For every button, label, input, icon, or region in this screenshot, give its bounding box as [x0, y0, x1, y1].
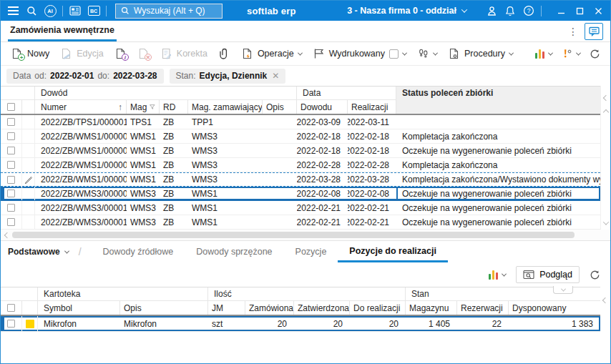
table-row[interactable]: 2022/ZB/WMS3/000001WMS3ZBWMS12022-02-082… — [1, 187, 600, 201]
checkbox[interactable] — [7, 320, 15, 328]
cell-do-realizacji[interactable]: 20 — [350, 316, 406, 331]
kebab-menu-icon[interactable]: ⋮ — [566, 26, 580, 37]
scroll-down-icon[interactable] — [602, 219, 608, 225]
collapse-panel-handle[interactable] — [553, 286, 573, 294]
detail-view-selector[interactable]: Podstawowe — [8, 247, 79, 257]
cell-jm[interactable]: szt — [208, 316, 245, 331]
row-checkbox[interactable] — [1, 201, 22, 215]
cell-zamowiona[interactable]: 20 — [245, 316, 294, 331]
column-header-jm[interactable]: JM — [208, 301, 245, 315]
cell-mag-zamawiajacy[interactable]: WMS3 — [188, 158, 263, 172]
search-icon[interactable] — [22, 2, 41, 19]
document-info-button[interactable]: i — [110, 45, 132, 62]
collapse-left-icon[interactable] — [602, 95, 608, 101]
cell-mag-zamawiajacy[interactable]: WMS3 — [188, 144, 263, 157]
cell-dowodu[interactable]: 2022-03-28 — [297, 173, 348, 186]
tab-pozycje-do-realizacji[interactable]: Pozycje do realizacji — [338, 241, 448, 262]
help-icon[interactable]: ? — [519, 2, 538, 19]
cell-mag-zamawiajacy[interactable]: TPP1 — [188, 115, 263, 129]
chat-icon[interactable] — [585, 23, 603, 40]
table-row[interactable]: 2022/ZB/WMS1/000005WMS1ZBWMS32022-02-182… — [1, 129, 600, 144]
table-row[interactable]: 2022/ZB/TPS1/000001TPS1ZBTPP12022-03-092… — [1, 115, 600, 129]
user-icon[interactable] — [482, 2, 501, 19]
cell-rd[interactable]: ZB — [160, 187, 188, 200]
row-checkbox[interactable] — [1, 215, 22, 229]
ai-assistant-icon[interactable]: AI — [41, 2, 59, 19]
row-checkbox[interactable] — [1, 158, 22, 172]
checkbox[interactable] — [7, 147, 15, 154]
cell-opis[interactable] — [263, 173, 297, 186]
cell-numer[interactable]: 2022/ZB/WMS3/000017 — [35, 201, 127, 215]
cell-status[interactable]: Oczekuje na wygenerowanie poleceń zbiórk… — [396, 215, 600, 229]
table-row[interactable]: 2022/ZB/WMS1/000006WMS1ZBWMS32022-02-182… — [1, 144, 600, 158]
printed-checkbox[interactable] — [389, 49, 399, 59]
cell-opis[interactable] — [263, 158, 297, 172]
cell-rd[interactable]: ZB — [160, 158, 188, 172]
row-checkbox[interactable] — [1, 144, 22, 157]
row-checkbox[interactable] — [1, 173, 22, 186]
procedures-button[interactable]: Procedury — [444, 45, 518, 62]
cell-mag[interactable]: WMS3 — [127, 201, 160, 215]
tab-pozycje[interactable]: Pozycje — [284, 241, 338, 262]
cell-realizacji[interactable]: 2022-02-21 — [348, 215, 396, 229]
cell-mag-zamawiajacy[interactable]: WMS3 — [188, 173, 263, 186]
cell-mag-zamawiajacy[interactable]: WMS1 — [188, 187, 263, 200]
scroll-left-icon[interactable] — [4, 232, 10, 237]
horizontal-scrollbar[interactable] — [1, 230, 610, 241]
tab-dowody-sprzezone[interactable]: Dowody sprzężone — [185, 241, 283, 262]
column-header-mag[interactable]: Mag — [127, 100, 160, 114]
column-header-rd[interactable]: RD — [160, 100, 188, 114]
cell-opis[interactable] — [263, 144, 297, 157]
cell-realizacji[interactable]: 2022-02-08 — [348, 187, 396, 200]
select-all-checkbox[interactable] — [1, 100, 22, 114]
bc-module-icon[interactable]: BC — [84, 2, 103, 19]
column-header-opis[interactable]: Opis — [120, 301, 208, 315]
analysis-chart-button[interactable] — [534, 46, 554, 62]
cell-numer[interactable]: 2022/ZB/WMS1/000005 — [35, 129, 127, 143]
checkbox[interactable] — [7, 132, 15, 140]
column-header-zatwierdzona[interactable]: Zatwierdzona — [294, 301, 350, 315]
column-header-do-realizacji[interactable]: Do realizacji — [350, 301, 406, 315]
printed-button[interactable]: Wydrukowany — [308, 45, 411, 62]
cell-status[interactable]: Oczekuje na wygenerowanie poleceń zbiórk… — [396, 201, 600, 215]
cell-status[interactable]: Oczekuje na wygenerowanie poleceń zbiórk… — [396, 144, 600, 157]
news-icon[interactable] — [66, 2, 84, 19]
table-row[interactable]: 2022/ZB/WMS3/000017WMS3ZBWMS12022-02-212… — [1, 201, 600, 215]
cell-realizacji[interactable]: 2022-03-11 — [348, 115, 396, 129]
checkbox[interactable] — [7, 218, 15, 226]
row-checkbox[interactable] — [1, 115, 22, 129]
column-header-mag-zamawiajacy[interactable]: Mag. zamawiający — [188, 100, 263, 114]
close-button[interactable] — [589, 2, 607, 19]
global-search-input[interactable]: Wyszukaj (Alt + Q) — [115, 4, 223, 19]
cell-mag-zamawiajacy[interactable]: WMS1 — [188, 201, 263, 215]
cell-dowodu[interactable]: 2022-02-08 — [297, 187, 348, 200]
cell-dowodu[interactable]: 2022-02-18 — [297, 129, 348, 143]
cell-status[interactable]: Kompletacja zakończona — [396, 129, 600, 143]
tab-zamowienia-wewnetrzne[interactable]: Zamówienia wewnętrzne — [8, 21, 117, 41]
cell-dowodu[interactable]: 2022-02-21 — [297, 215, 348, 229]
operations-button[interactable]: Operacje — [237, 45, 307, 62]
new-button[interactable]: + Nowy — [6, 45, 54, 62]
row-checkbox[interactable] — [1, 129, 22, 143]
maximize-button[interactable] — [570, 2, 589, 19]
cell-realizacji[interactable]: 2022-03-28 — [348, 173, 396, 186]
edit-button[interactable]: Edycja — [56, 45, 109, 62]
attachment-button[interactable] — [214, 45, 235, 62]
refresh-button[interactable] — [588, 46, 602, 62]
minimize-button[interactable] — [552, 2, 570, 19]
checkbox[interactable] — [7, 118, 15, 126]
column-header-numer[interactable]: Numer ↑ — [35, 100, 127, 114]
cell-status[interactable]: Oczekuje na wygenerowanie poleceń zbiórk… — [396, 187, 600, 200]
cell-symbol[interactable]: Mikrofon — [38, 316, 120, 331]
preview-button[interactable]: Podgląd — [516, 266, 580, 283]
column-header-opis[interactable]: Opis — [263, 100, 297, 114]
cell-mag-zamawiajacy[interactable]: WMS3 — [188, 129, 263, 143]
cell-mag-zamawiajacy[interactable]: WMS1 — [188, 215, 263, 229]
cell-opis[interactable] — [263, 129, 297, 143]
hamburger-menu-icon[interactable] — [4, 2, 22, 19]
cell-numer[interactable]: 2022/ZB/WMS3/000018 — [35, 215, 127, 229]
collapse-left-icon[interactable] — [602, 297, 608, 303]
footsteps-button[interactable] — [413, 45, 442, 62]
cell-realizacji[interactable]: 2022-02-28 — [348, 158, 396, 172]
cell-opis[interactable] — [263, 115, 297, 129]
